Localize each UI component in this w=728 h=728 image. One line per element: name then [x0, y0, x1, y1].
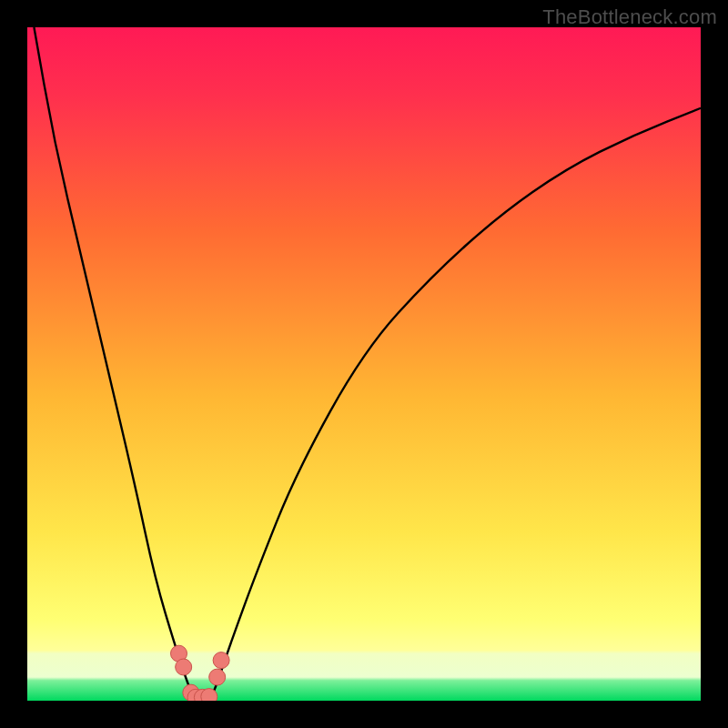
data-marker	[201, 689, 217, 701]
data-marker	[209, 669, 226, 685]
marker-group	[171, 645, 230, 701]
curve-path	[34, 27, 701, 701]
watermark-text: TheBottleneck.com	[542, 5, 717, 29]
outer-frame: TheBottleneck.com	[0, 0, 728, 728]
curve-layer	[27, 27, 701, 701]
data-marker	[213, 652, 229, 669]
bottleneck-curve	[34, 27, 701, 701]
data-marker	[176, 659, 192, 675]
plot-area	[27, 27, 701, 701]
